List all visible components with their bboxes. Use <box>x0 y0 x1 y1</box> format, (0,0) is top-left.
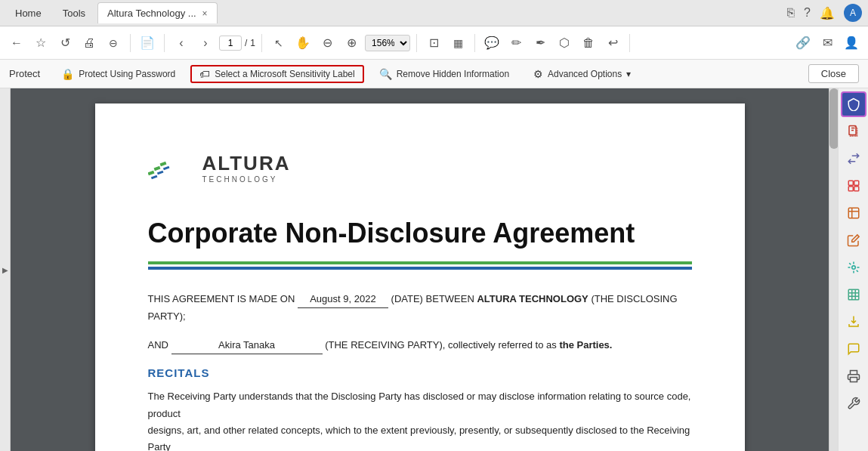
recitals-text-2: designs, art, and other related concepts… <box>148 422 692 451</box>
tab-close-icon[interactable]: × <box>202 8 208 19</box>
zoom-select[interactable]: 156% 100% 75% 50% <box>365 35 410 51</box>
link-button[interactable]: 🔗 <box>792 32 814 54</box>
sidebar-print-button[interactable] <box>841 363 866 389</box>
delete-button[interactable]: 🗑 <box>578 32 599 54</box>
svg-rect-2 <box>159 162 166 166</box>
svg-rect-0 <box>148 171 154 175</box>
svg-rect-1 <box>153 166 160 171</box>
sidebar-scan-button[interactable] <box>841 200 866 226</box>
recitals-title: RECITALS <box>148 366 692 379</box>
account-button[interactable]: 👤 <box>841 32 862 54</box>
svg-rect-10 <box>854 187 858 191</box>
next-page-button[interactable]: › <box>195 32 216 54</box>
tab-window-actions: ⎘ ? 🔔 A <box>787 4 862 22</box>
tab-bar: Home Tools Altura Technology ... × ⎘ ? 🔔… <box>0 0 868 26</box>
close-button[interactable]: Close <box>808 64 859 83</box>
remove-hidden-button[interactable]: 🔍 Remove Hidden Information <box>370 65 518 83</box>
blue-divider <box>148 267 692 270</box>
protect-password-button[interactable]: 🔒 Protect Using Password <box>52 65 184 83</box>
company-sub: TECHNOLOGY <box>202 175 291 184</box>
sidebar-protect-button[interactable] <box>841 91 866 117</box>
left-arrow-icon: ▶ <box>2 266 8 274</box>
left-panel-toggle[interactable]: ▶ <box>0 88 11 451</box>
pdf-page: ALTURA TECHNOLOGY Corporate Non-Disclosu… <box>95 103 745 451</box>
prev-page-button[interactable]: ‹ <box>171 32 192 54</box>
page-separator: / <box>245 38 247 48</box>
svg-rect-8 <box>854 181 858 185</box>
comment-button[interactable]: 💬 <box>481 32 502 54</box>
advanced-chevron-icon: ▾ <box>626 69 631 79</box>
sidebar-tools-button[interactable] <box>841 391 866 416</box>
green-divider <box>148 261 692 264</box>
marquee-zoom-button[interactable]: ⊡ <box>423 32 444 54</box>
sensitivity-icon: 🏷 <box>199 68 210 80</box>
undo-button[interactable]: ↩ <box>602 32 623 54</box>
zoom-in-btn[interactable]: ⊕ <box>341 32 362 54</box>
tab-tools[interactable]: Tools <box>54 3 94 23</box>
refresh-button[interactable]: ↺ <box>54 32 76 54</box>
protect-toolbar: Protect 🔒 Protect Using Password 🏷 Selec… <box>0 60 868 88</box>
svg-rect-9 <box>848 187 853 191</box>
advanced-icon: ⚙ <box>533 68 543 80</box>
sidebar-export-button[interactable] <box>841 309 866 335</box>
main-area: ▶ ALTURA TECHNOLOGY <box>0 88 868 451</box>
svg-point-12 <box>851 266 855 270</box>
divider-lines <box>148 261 692 270</box>
sign-button[interactable]: ✒ <box>530 32 551 54</box>
sidebar-pdf-button[interactable] <box>841 119 866 144</box>
user-avatar[interactable]: A <box>844 4 862 22</box>
svg-rect-13 <box>848 289 859 300</box>
sidebar-edit-button[interactable] <box>841 227 866 253</box>
advanced-options-button[interactable]: ⚙ Advanced Options ▾ <box>524 65 640 83</box>
back-button[interactable]: ← <box>6 32 27 54</box>
notification-icon[interactable]: 🔔 <box>820 6 835 20</box>
sidebar-share-button[interactable] <box>841 146 866 171</box>
stamp-button[interactable]: ⬡ <box>554 32 575 54</box>
recitals-text-1: The Receiving Party understands that the… <box>148 388 692 422</box>
sidebar-table-button[interactable] <box>841 282 866 307</box>
help-icon[interactable]: ? <box>804 6 811 20</box>
page-total: 1 <box>250 38 255 48</box>
logo-area: ALTURA TECHNOLOGY <box>148 149 692 187</box>
cursor-tool-button[interactable]: ↖ <box>268 32 289 54</box>
svg-rect-14 <box>850 378 857 382</box>
company-name: ALTURA <box>202 152 291 175</box>
svg-rect-3 <box>150 175 157 180</box>
print-button[interactable]: 🖨 <box>79 32 100 54</box>
scrollbar-track[interactable] <box>829 88 838 451</box>
receiving-party-field: Akira Tanaka <box>171 337 323 354</box>
svg-rect-11 <box>848 208 859 218</box>
sensitivity-label-button[interactable]: 🏷 Select a Microsoft Sensitivity Label <box>190 65 363 83</box>
agreement-text-line2: AND Akira Tanaka (THE RECEIVING PARTY), … <box>148 337 692 354</box>
form-button[interactable]: ▦ <box>447 32 468 54</box>
page-info: / 1 <box>219 36 255 51</box>
tab-document[interactable]: Altura Technology ... × <box>97 2 218 23</box>
pen-button[interactable]: ✏ <box>505 32 527 54</box>
zoom-out-btn2[interactable]: ⊖ <box>317 32 338 54</box>
date-field: August 9, 2022 <box>298 291 388 308</box>
star-button[interactable]: ☆ <box>30 32 51 54</box>
right-sidebar <box>838 88 868 451</box>
zoom-out-button[interactable]: ⊖ <box>103 32 124 54</box>
tab-doc-label: Altura Technology ... <box>107 8 196 19</box>
monitor-icon[interactable]: ⎘ <box>787 6 795 20</box>
svg-rect-4 <box>156 171 163 175</box>
company-logo-icon <box>148 149 193 187</box>
agreement-text-line1: THIS AGREEMENT IS MADE ON August 9, 2022… <box>148 291 692 325</box>
protect-label: Protect <box>9 68 40 79</box>
pdf-doc-icon: 📄 <box>137 32 158 54</box>
sidebar-comment-button[interactable] <box>841 336 866 362</box>
tab-home[interactable]: Home <box>6 3 51 23</box>
pdf-document-area[interactable]: ALTURA TECHNOLOGY Corporate Non-Disclosu… <box>11 88 829 451</box>
hand-tool-button[interactable]: ✋ <box>292 32 314 54</box>
hidden-info-icon: 🔍 <box>379 68 392 80</box>
page-number-input[interactable] <box>219 36 242 51</box>
sidebar-ai-button[interactable] <box>841 255 866 280</box>
logo-text: ALTURA TECHNOLOGY <box>202 152 291 184</box>
sidebar-organize-button[interactable] <box>841 173 866 199</box>
main-toolbar: ← ☆ ↺ 🖨 ⊖ 📄 ‹ › / 1 ↖ ✋ ⊖ ⊕ 156% 100% 75… <box>0 26 868 60</box>
svg-rect-5 <box>162 166 169 171</box>
email-button[interactable]: ✉ <box>817 32 838 54</box>
password-icon: 🔒 <box>61 68 74 80</box>
svg-rect-7 <box>848 181 853 185</box>
